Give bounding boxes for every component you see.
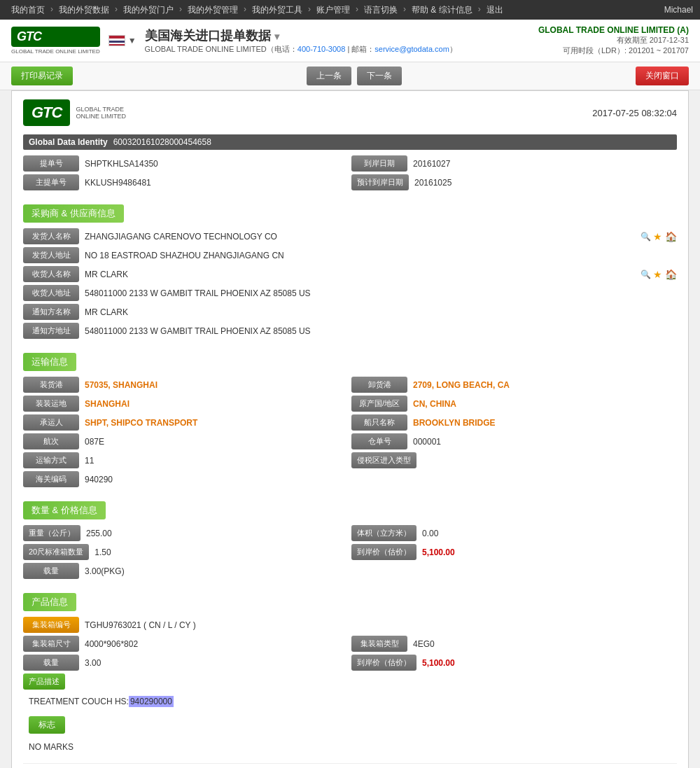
arrival-date-label: 到岸日期 [351,155,407,172]
print-button[interactable]: 打印易记录 [11,67,73,85]
consignee-star-icon[interactable]: ★ [653,269,662,280]
bill-no-field: 提单号 SHPTKHLSA14350 [23,155,349,172]
shipper-search-icon[interactable]: 🔍 [640,232,650,242]
nav-home[interactable]: 我的首页 [7,4,49,16]
carrier-value: SHPT, SHIPCO TRANSPORT [79,415,349,431]
marks-button[interactable]: 标志 [29,716,65,734]
notify-addr-label: 通知方地址 [23,323,79,339]
shipper-name-label: 发货人名称 [23,228,79,244]
product-section: 产品信息 集装箱编号 TGHU9763021 ( CN / L / CY ) 集… [23,586,677,755]
transport-mode-value: 11 [79,453,349,468]
weight-value: 255.00 [80,526,349,541]
notify-name-label: 通知方名称 [23,304,79,320]
bill-no-value: SHPTKHLSA14350 [79,156,349,172]
container-size-value: 4000*906*802 [79,636,349,652]
load-port-field: 装货港 57035, SHANGHAI [23,377,349,393]
product-qty-value: 3.00 [79,655,349,671]
shipper-addr-value: NO 18 EASTROAD SHAZHOU ZHANGJIAGANG CN [79,248,677,263]
notify-name-value: MR CLARK [79,305,677,320]
shipper-icons: 🔍 ★ 🏠 [640,231,677,242]
prev-button[interactable]: 上一条 [307,67,351,85]
master-bill-value: KKLUSH9486481 [79,175,349,190]
nav-trade-data[interactable]: 我的外贸数据 [55,4,113,16]
consignee-addr-label: 收货人地址 [23,285,79,301]
product-desc-section: 产品描述 TREATMENT COUCH HS:940290000 [23,673,677,711]
product-desc-content: TREATMENT COUCH HS:940290000 [23,692,677,711]
load-place-value: SHANGHAI [79,396,349,412]
containers-value: 1.50 [89,545,349,560]
volume-value: 0.00 [416,526,677,541]
manifest-field: 仓单号 000001 [351,433,677,449]
product-desc-text: TREATMENT COUCH HS: [29,697,129,706]
available-time: 可用时段（LDR）: 201201 ~ 201707 [538,46,689,56]
nav-logout[interactable]: 退出 [482,4,507,16]
est-arrival-field: 预计到岸日期 20161025 [351,174,677,190]
customs-label: 海关编码 [23,471,79,487]
nav-help[interactable]: 帮助 & 综计信息 [407,4,477,16]
record-datetime: 2017-07-25 08:32:04 [592,108,677,118]
page-header: GTC GLOBAL TRADE ONLINE LIMITED ▼ 美国海关进口… [0,20,700,62]
arrival-price-value: 5,100.00 [416,545,677,560]
marks-value: NO MARKS [23,739,677,755]
discharge-port-value: 2709, LONG BEACH, CA [407,377,677,393]
load-port-value: 57035, SHANGHAI [79,377,349,393]
volume-label: 体积（立方米） [351,525,416,541]
vessel-value: BROOKLYN BRIDGE [407,415,677,431]
qty-value: 3.00(PKG) [79,564,677,579]
buyer-supplier-header: 采购商 & 供应商信息 [23,204,124,223]
main-content: GTC GLOBAL TRADE ONLINE LIMITED 2017-07-… [11,90,689,768]
shipper-home-icon[interactable]: 🏠 [665,231,677,242]
flag-selector[interactable]: ▼ [108,35,136,46]
top-navigation: 我的首页 › 我的外贸数据 › 我的外贸门户 › 我的外贸管理 › 我的外贸工具… [0,0,700,20]
shipper-star-icon[interactable]: ★ [653,231,662,242]
container-type-label: 集装箱类型 [351,636,407,652]
est-arrival-label: 预计到岸日期 [351,174,409,190]
product-price-label: 到岸价（估价） [351,655,416,671]
header-left: GTC GLOBAL TRADE ONLINE LIMITED ▼ 美国海关进口… [11,27,457,55]
master-bill-field: 主提单号 KKLUSH9486481 [23,174,349,190]
product-price-value: 5,100.00 [416,655,677,671]
shipper-name-value: ZHANGJIAGANG CARENOVO TECHNOLOGY CO [79,229,635,244]
est-arrival-value: 20161025 [409,175,677,190]
nav-trade-tools[interactable]: 我的外贸工具 [248,4,307,16]
consignee-addr-value: 548011000 2133 W GAMBIT TRAIL PHOENIX AZ… [79,286,677,301]
consignee-search-icon[interactable]: 🔍 [640,270,650,279]
voyage-value: 087E [79,434,349,449]
marks-section: 标志 [23,713,677,736]
carrier-field: 承运人 SHPT, SHIPCO TRANSPORT [23,414,349,431]
discharge-port-label: 卸货港 [351,377,407,393]
volume-field: 体积（立方米） 0.00 [351,525,677,541]
vessel-field: 船只名称 BROOKLYN BRIDGE [351,414,677,431]
nav-links: 我的首页 › 我的外贸数据 › 我的外贸门户 › 我的外贸管理 › 我的外贸工具… [7,4,507,16]
containers-label: 20尺标准箱数量 [23,544,89,560]
product-qty-label: 载量 [23,655,79,671]
nav-trade-manage[interactable]: 我的外贸管理 [183,4,242,16]
close-button[interactable]: 关闭窗口 [636,67,689,85]
consignee-home-icon[interactable]: 🏠 [665,269,677,280]
nav-language[interactable]: 语言切换 [360,4,402,16]
hs-code: 940290000 [129,696,174,707]
user-name: Michael [664,5,693,15]
product-price-field: 到岸价（估价） 5,100.00 [351,655,677,671]
arrival-price-field: 到岸价（估价） 5,100.00 [351,544,677,560]
container-no-value: TGHU9763021 ( CN / L / CY ) [79,617,677,633]
product-desc-label: 产品描述 [23,673,65,690]
qty-field: 载量 3.00(PKG) [23,563,677,579]
header-right: GLOBAL TRADE ONLINE LIMITED (A) 有效期至 201… [538,25,689,56]
container-size-label: 集装箱尺寸 [23,636,79,652]
container-type-field: 集装箱类型 4EG0 [351,636,677,652]
product-qty-field: 载量 3.00 [23,655,349,671]
container-type-value: 4EG0 [407,636,677,652]
company-info: GLOBAL TRADE ONLINE LIMITED（电话：400-710-3… [145,44,457,55]
shipper-name-field: 发货人名称 ZHANGJIAGANG CARENOVO TECHNOLOGY C… [23,228,677,244]
quantity-price-header: 数量 & 价格信息 [23,501,106,519]
shipper-addr-field: 发货人地址 NO 18 EASTROAD SHAZHOU ZHANGJIAGAN… [23,247,677,263]
nav-trade-portal[interactable]: 我的外贸门户 [119,4,178,16]
weight-field: 重量（公斤） 255.00 [23,525,349,541]
quantity-price-section: 数量 & 价格信息 重量（公斤） 255.00 体积（立方米） 0.00 20尺… [23,494,677,579]
next-button[interactable]: 下一条 [357,67,402,85]
identity-row: Global Data Identity 6003201610280004546… [23,134,677,150]
valid-until: 有效期至 2017-12-31 [538,35,689,46]
identity-value: 600320161028000454658 [113,137,211,147]
nav-account[interactable]: 账户管理 [312,4,354,16]
